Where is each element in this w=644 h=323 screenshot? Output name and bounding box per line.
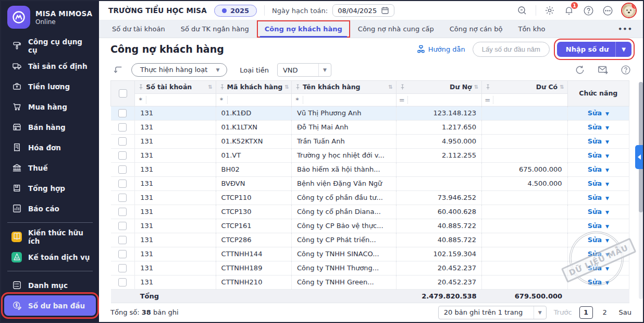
column-header-credit[interactable]: Dư Có⇅ xyxy=(482,80,567,93)
page-size-select[interactable]: 20 bản ghi trên 1 trang ▼ xyxy=(438,306,547,319)
sidebar-item-bank[interactable]: Thuế xyxy=(4,158,96,178)
edit-link[interactable]: Sửa xyxy=(588,264,602,272)
filter-input-name[interactable] xyxy=(303,94,396,106)
sidebar-item-briefcase[interactable]: Tiền lương xyxy=(4,76,96,97)
chevron-down-icon[interactable]: ▼ xyxy=(605,280,609,285)
sidebar-item-list[interactable]: Danh mục xyxy=(4,275,96,295)
row-checkbox[interactable] xyxy=(118,208,127,216)
row-checkbox[interactable] xyxy=(118,151,127,160)
chevron-down-icon[interactable]: ▼ xyxy=(605,196,609,201)
chevron-down-icon[interactable]: ▼ xyxy=(605,224,609,229)
sort-icon[interactable]: ⇅ xyxy=(208,84,212,90)
sidebar-item-tools[interactable]: Công cụ dụng cụ xyxy=(4,35,96,56)
column-header-debit[interactable]: Dư Nợ⇅ xyxy=(396,80,481,93)
refresh-icon[interactable] xyxy=(574,64,586,76)
filter-input-code[interactable] xyxy=(228,94,291,106)
table-row[interactable]: 131CTCP161Công ty CP Bảo vệ thực...40.88… xyxy=(111,219,629,233)
edit-link[interactable]: Sửa xyxy=(588,236,602,244)
side-panel-toggle[interactable] xyxy=(635,145,643,169)
table-row[interactable]: 131CTTNHH144Công ty TNHH SINACO...102.15… xyxy=(111,247,629,261)
more-options-icon[interactable] xyxy=(602,5,613,16)
row-checkbox[interactable] xyxy=(118,236,127,244)
edit-link[interactable]: Sửa xyxy=(588,278,602,286)
row-checkbox[interactable] xyxy=(118,137,127,146)
table-row[interactable]: 131BVĐVNBệnh viện Đặng Văn Ngữ4.500.000S… xyxy=(111,176,629,190)
chevron-down-icon[interactable]: ▼ xyxy=(605,125,609,130)
edit-link[interactable]: Sửa xyxy=(588,208,602,216)
row-checkbox[interactable] xyxy=(118,194,127,202)
page-number-1[interactable]: 1 xyxy=(579,306,593,319)
search-icon[interactable] xyxy=(516,5,528,16)
chevron-down-icon[interactable]: ▼ xyxy=(605,210,609,215)
help-icon[interactable] xyxy=(583,5,594,16)
column-header-code[interactable]: Mã khách hàng⇅ xyxy=(216,80,291,93)
row-checkbox[interactable] xyxy=(118,278,127,286)
enter-balance-button[interactable]: Nhập số dư ▼ xyxy=(557,42,631,57)
row-checkbox[interactable] xyxy=(118,222,127,230)
vertical-scrollbar[interactable] xyxy=(639,82,643,299)
sort-icon[interactable]: ⇅ xyxy=(284,84,289,90)
page-number-2[interactable]: 2 xyxy=(598,306,612,319)
table-row[interactable]: 131BH02Bảo hiểm xã hội thành...675.000.0… xyxy=(111,162,629,176)
sidebar-item-knowledge[interactable]: Kiến thức hữu ích xyxy=(4,226,96,247)
sidebar-item-balance[interactable]: Số dư ban đầu xyxy=(4,295,96,316)
chevron-down-icon[interactable]: ▼ xyxy=(605,266,609,271)
chevron-down-icon[interactable]: ▼ xyxy=(605,139,609,145)
sidebar-item-chart[interactable]: Báo cáo xyxy=(4,198,96,219)
chevron-down-icon[interactable]: ▼ xyxy=(605,238,609,243)
row-checkbox[interactable] xyxy=(118,250,127,258)
edit-link[interactable]: Sửa xyxy=(588,165,602,173)
pin-icon[interactable] xyxy=(219,84,225,90)
chevron-down-icon[interactable]: ▼ xyxy=(605,252,609,257)
tab-công-nợ-nhà-cung-cấp[interactable]: Công nợ nhà cung cấp xyxy=(350,20,442,37)
notifications-bell-icon[interactable]: 1 xyxy=(563,5,575,16)
chevron-down-icon[interactable]: ▼ xyxy=(616,43,631,56)
table-row[interactable]: 131CTTNHH189Công ty TNHH Thương...20.452… xyxy=(111,261,629,275)
pin-icon[interactable] xyxy=(485,84,491,90)
sidebar-item-service[interactable]: Kế toán dịch vụ xyxy=(4,247,96,267)
row-checkbox[interactable] xyxy=(118,165,127,174)
chevron-down-icon[interactable]: ▼ xyxy=(605,111,609,116)
tab-công-nợ-khách-hàng[interactable]: Công nợ khách hàng xyxy=(257,20,350,37)
batch-actions-dropdown[interactable]: Thực hiện hàng loạt ▼ xyxy=(131,63,227,77)
table-row[interactable]: 131CTCP286Công ty CP Phát triển...40.885… xyxy=(111,233,629,247)
select-all-checkbox[interactable] xyxy=(119,89,127,98)
edit-link[interactable]: Sửa xyxy=(588,123,602,131)
edit-link[interactable]: Sửa xyxy=(588,137,602,145)
table-row[interactable]: 131CTCP130Công ty cổ phần Diana...60.400… xyxy=(111,205,629,219)
tab-tồn-kho[interactable]: Tồn kho xyxy=(510,20,553,37)
table-help-icon[interactable] xyxy=(620,64,631,76)
chevron-down-icon[interactable]: ▼ xyxy=(605,168,609,173)
row-checkbox[interactable] xyxy=(118,264,127,272)
table-row[interactable]: 13101.K1ĐDVũ Thị Phương Anh123.148.123Sử… xyxy=(111,106,629,120)
currency-select[interactable]: VND ▼ xyxy=(277,63,331,77)
settings-gear-icon[interactable] xyxy=(544,5,555,16)
user-avatar[interactable]: ! xyxy=(621,3,637,18)
table-row[interactable]: 13101.VTTrường y học nhiệt đới v...2.112… xyxy=(111,148,629,162)
column-header-name[interactable]: Tên khách hàng⇅ xyxy=(292,80,397,93)
pin-icon[interactable] xyxy=(138,84,144,90)
sidebar-item-cart[interactable]: Mua hàng xyxy=(4,97,96,117)
tabs-overflow-icon[interactable]: ••• xyxy=(608,20,643,37)
sort-icon[interactable]: ⇅ xyxy=(388,84,392,90)
posting-date-input[interactable]: 08/04/2025 xyxy=(332,4,394,17)
table-row[interactable]: 131CTTNHH210Công ty TNHH Green...20.452.… xyxy=(111,275,629,289)
row-checkbox[interactable] xyxy=(118,123,127,131)
table-row[interactable]: 13101.K1LTXNĐỗ Thị Mai Anh1.217.650Sửa▼ xyxy=(111,120,629,134)
table-row[interactable]: 131CTCP110Công ty cổ phần đầu tư...73.94… xyxy=(111,190,629,205)
next-page-button[interactable]: Sau xyxy=(619,308,631,316)
edit-link[interactable]: Sửa xyxy=(588,180,602,187)
pin-icon[interactable] xyxy=(400,84,405,90)
edit-link[interactable]: Sửa xyxy=(588,250,602,258)
filter-input-debit[interactable] xyxy=(408,94,481,106)
row-checkbox[interactable] xyxy=(118,109,127,117)
sort-icon[interactable]: ⇅ xyxy=(474,84,478,90)
edit-link[interactable]: Sửa xyxy=(588,222,602,230)
table-row[interactable]: 13101.K52KTXNTrần Tuấn Anh4.950.000Sửa▼ xyxy=(111,134,629,148)
chevron-down-icon[interactable]: ▼ xyxy=(605,153,609,159)
tab-số-dư-tài-khoản[interactable]: Số dư tài khoản xyxy=(104,20,173,37)
sidebar-item-invoice[interactable]: Hóa đơn xyxy=(4,137,96,158)
send-email-icon[interactable] xyxy=(597,64,609,76)
get-opening-balance-button[interactable]: Lấy số dư đầu năm xyxy=(473,42,550,57)
sidebar-item-ccdc[interactable]: CCDC ban đầu xyxy=(4,316,96,322)
